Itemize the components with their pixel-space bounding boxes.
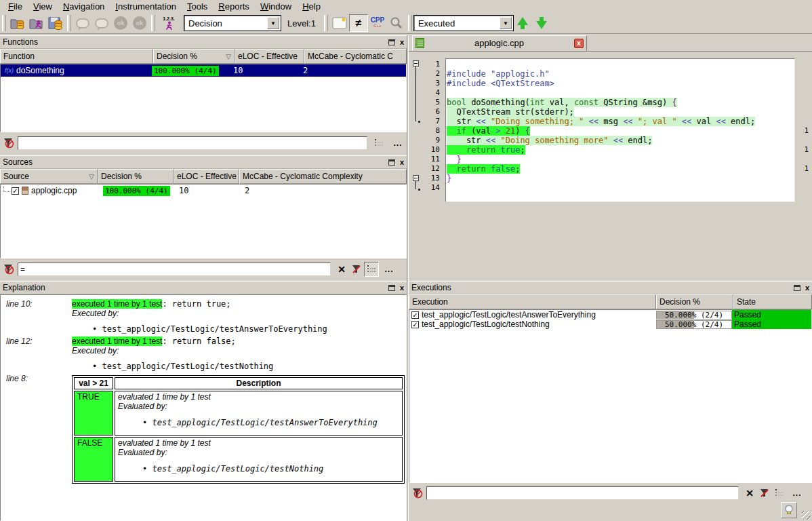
filter-options-button[interactable]: ... bbox=[390, 136, 405, 151]
filter-options-button[interactable]: ... bbox=[382, 262, 397, 277]
column-header-mccabe[interactable]: McCabe - Cyclomatic C bbox=[304, 49, 407, 64]
menu-file[interactable]: File bbox=[3, 1, 28, 12]
sources-table-body: applogic.cpp 100.000% (4/4) 10 2 bbox=[0, 184, 407, 258]
tree-view-toggle-button[interactable] bbox=[364, 262, 379, 277]
menu-instrumentation[interactable]: Instrumentation bbox=[110, 1, 182, 12]
execution-checkbox[interactable] bbox=[411, 311, 419, 319]
column-header-state[interactable]: State bbox=[733, 294, 812, 309]
tab-applogic-cpp[interactable]: applogic.cpp x bbox=[412, 35, 587, 51]
menu-view[interactable]: View bbox=[28, 1, 58, 12]
column-header-execution[interactable]: Execution bbox=[409, 294, 656, 309]
executions-filter-input[interactable] bbox=[426, 486, 739, 500]
execution-checkbox[interactable] bbox=[411, 321, 419, 328]
cpp-preprocessor-button[interactable]: CPP C++ bbox=[368, 14, 387, 32]
column-header-source[interactable]: Source▽ bbox=[0, 169, 98, 184]
toolbar-handle[interactable] bbox=[67, 15, 71, 31]
remove-comment-button[interactable] bbox=[92, 14, 111, 32]
fold-collapse-icon[interactable] bbox=[413, 175, 419, 181]
code-line-1[interactable]: 1 bbox=[410, 60, 811, 69]
menu-navigation[interactable]: Navigation bbox=[58, 1, 110, 12]
code-line-11[interactable]: 11 } bbox=[410, 155, 811, 164]
column-header-decision[interactable]: Decision %▽ bbox=[153, 49, 235, 64]
code-line-8[interactable]: 8 if (val > 21) {1 bbox=[410, 126, 811, 136]
sort-indicator-icon: ▽ bbox=[223, 53, 231, 60]
menu-help[interactable]: Help bbox=[297, 1, 326, 12]
tab-close-icon[interactable]: x bbox=[574, 39, 584, 48]
toolbar-handle[interactable] bbox=[2, 15, 6, 31]
save-button[interactable] bbox=[46, 14, 65, 32]
code-line-3[interactable]: 3#include <QTextStream> bbox=[410, 79, 811, 88]
functions-filter-input[interactable] bbox=[18, 136, 367, 150]
clear-filter-button[interactable]: ✕ bbox=[334, 262, 349, 277]
menu-tools[interactable]: Tools bbox=[182, 1, 213, 12]
source-row-applogic[interactable]: applogic.cpp 100.000% (4/4) 10 2 bbox=[1, 185, 406, 197]
toolbar-handle[interactable] bbox=[324, 15, 328, 31]
code-line-10[interactable]: 10 return true;1 bbox=[410, 145, 811, 155]
open-project-button[interactable] bbox=[8, 14, 27, 32]
source-checkbox[interactable] bbox=[12, 187, 19, 195]
chevron-down-icon[interactable]: ▼ bbox=[500, 17, 512, 29]
validate-button[interactable]: ok bbox=[111, 14, 130, 32]
column-header-mccabe[interactable]: McCabe - Cyclomatic Complexity bbox=[239, 169, 407, 184]
hint-button[interactable] bbox=[781, 502, 797, 518]
code-line-13[interactable]: 13} bbox=[410, 174, 811, 183]
decision-coverage-badge: 100.000% (4/4) bbox=[152, 66, 219, 76]
code-line-2[interactable]: 2#include "applogic.h" bbox=[410, 69, 811, 79]
float-panel-icon[interactable] bbox=[388, 285, 395, 291]
execution-count-mode-button[interactable]: 1.2.3. bbox=[157, 14, 180, 32]
close-panel-icon[interactable]: x bbox=[805, 285, 809, 291]
test-reference: • test_applogic/TestLogic/testAnswerToEv… bbox=[142, 418, 399, 427]
resize-grip[interactable] bbox=[802, 511, 811, 520]
test-reference: • test_applogic/TestLogic/testAnswerToEv… bbox=[92, 324, 406, 334]
sources-filter-input[interactable] bbox=[18, 263, 331, 276]
toolbar-handle[interactable] bbox=[151, 15, 155, 31]
clear-filter-button[interactable]: ✕ bbox=[742, 486, 757, 501]
execution-row-testNothing[interactable]: test_applogic/TestLogic/testNothing 50.0… bbox=[409, 320, 811, 329]
filter-options-button[interactable]: ... bbox=[790, 486, 805, 501]
close-panel-icon[interactable]: x bbox=[400, 285, 404, 291]
coverage-mode-combo[interactable]: Decision ▼ bbox=[184, 16, 281, 31]
tab-label: applogic.cpp bbox=[424, 38, 574, 48]
open-execution-button[interactable] bbox=[27, 14, 46, 32]
code-line-6[interactable]: 6 QTextStream str(stderr); bbox=[410, 107, 811, 117]
float-panel-icon[interactable] bbox=[794, 285, 800, 291]
menu-window[interactable]: Window bbox=[255, 1, 297, 12]
unvalidate-button[interactable]: ok bbox=[130, 14, 149, 32]
code-line-5[interactable]: 5bool doSomething(int val, const QString… bbox=[410, 98, 811, 107]
code-line-7[interactable]: 7 str << "Doing something; " << msg << "… bbox=[410, 117, 811, 126]
tree-view-toggle-button[interactable] bbox=[371, 136, 386, 151]
remove-filter-button[interactable] bbox=[349, 262, 364, 277]
toolbar-handle[interactable] bbox=[408, 15, 412, 31]
window-icon bbox=[331, 16, 348, 30]
function-row-doSomething[interactable]: f(x) doSomething 100.000% (4/4) 10 2 bbox=[1, 64, 406, 77]
float-panel-icon[interactable] bbox=[388, 39, 395, 45]
code-line-12[interactable]: 12 return false;1 bbox=[410, 164, 811, 174]
menu-reports[interactable]: Reports bbox=[213, 1, 255, 12]
coverage-mode-value: Decision bbox=[185, 18, 267, 28]
comparison-mode-button[interactable]: ≠ bbox=[349, 14, 368, 32]
code-line-4[interactable]: 4 bbox=[410, 88, 811, 98]
code-line-9[interactable]: 9 str << "Doing something more" << endl; bbox=[410, 136, 811, 145]
next-match-button[interactable] bbox=[532, 14, 551, 32]
close-panel-icon[interactable]: x bbox=[400, 159, 404, 166]
column-header-decision[interactable]: Decision % bbox=[656, 294, 733, 309]
column-header-decision[interactable]: Decision % bbox=[98, 169, 174, 184]
remove-filter-button[interactable] bbox=[757, 486, 772, 501]
float-panel-icon[interactable] bbox=[388, 159, 395, 166]
execution-row-testAnswerToEverything[interactable]: test_applogic/TestLogic/testAnswerToEver… bbox=[409, 310, 811, 320]
fold-collapse-icon[interactable] bbox=[413, 60, 419, 66]
column-header-function[interactable]: Function bbox=[0, 49, 153, 64]
close-panel-icon[interactable]: x bbox=[400, 39, 404, 45]
tree-view-toggle-button[interactable] bbox=[772, 486, 787, 501]
add-comment-button[interactable] bbox=[73, 14, 92, 32]
column-header-eloc[interactable]: eLOC - Effective bbox=[235, 49, 304, 64]
previous-match-button[interactable] bbox=[513, 14, 532, 32]
green-down-arrow-icon bbox=[536, 17, 547, 29]
chevron-down-icon[interactable]: ▼ bbox=[267, 17, 279, 29]
code-line-14[interactable]: 14 bbox=[410, 183, 811, 193]
column-header-eloc[interactable]: eLOC - Effective bbox=[174, 169, 239, 184]
functions-filter-bar: ... bbox=[0, 134, 407, 152]
execution-state-combo[interactable]: Executed ▼ bbox=[414, 16, 513, 31]
new-window-button[interactable] bbox=[330, 14, 349, 32]
search-button[interactable] bbox=[387, 14, 406, 32]
